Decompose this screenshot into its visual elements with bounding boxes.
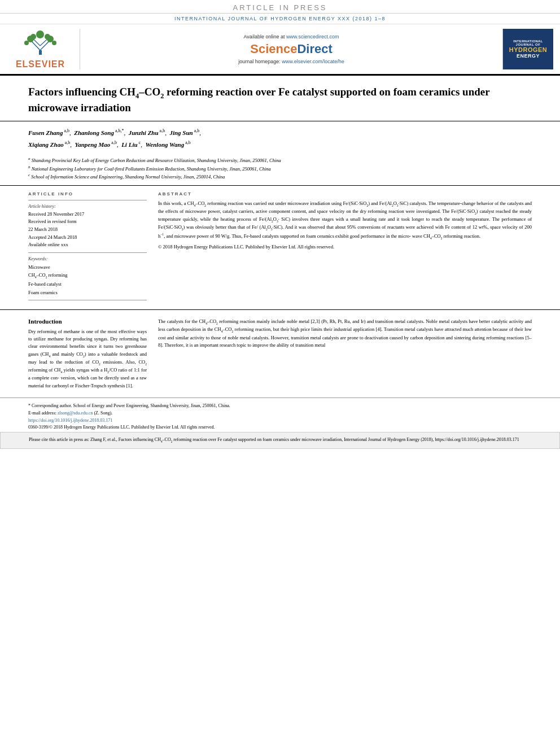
svg-point-7 [30,34,36,40]
article-in-press-banner: ARTICLE IN PRESS [0,0,560,14]
sciencedirect-area: Available online at www.sciencedirect.co… [86,29,497,69]
received-date: Received 28 November 2017 [28,211,147,219]
author-xiqiang-zhao: Xiqiang Zhao [28,141,64,147]
affiliation-b: b National Engineering Laboratory for Co… [28,164,532,173]
affiliation-c: c School of Information Science and Engi… [28,172,532,181]
info-divider-top [28,200,147,200]
article-info-title: ARTICLE INFO [28,191,147,196]
citation-text: Please cite this article in press as: Zh… [29,437,519,442]
keywords-title: Keywords: [28,256,147,261]
body-right-col: The catalysts for the CH4–CO2 reforming … [158,318,532,390]
authors-line: Fusen Zhang a,b, Zhanlong Song a,b,*, Ju… [28,127,532,150]
publisher-row: ELSEVIER Available online at www.science… [0,24,560,76]
available-online-text: Available online at www.sciencedirect.co… [244,34,339,40]
article-info-column: ARTICLE INFO Article history: Received 2… [28,191,147,304]
author-li-liu: Li Liu [121,141,137,147]
info-divider-mid [28,252,147,253]
author-junzhi-zhu: Junzhi Zhu [129,129,159,136]
hydrogen-energy-badge: INTERNATIONAL JOURNAL OF HYDROGEN ENERGY [502,29,553,69]
sciencedirect-title: ScienceDirect [250,42,333,56]
abstract-copyright: © 2018 Hydrogen Energy Publications LLC.… [158,244,532,250]
abstract-column: ABSTRACT In this work, a CH4–CO2 reformi… [158,191,532,304]
corresponding-author-note: * Corresponding author. School of Energy… [28,403,532,410]
intro-left-text: Dry reforming of methane is one of the m… [28,328,147,390]
article-info-abstract-section: ARTICLE INFO Article history: Received 2… [0,186,560,310]
journal-homepage-url[interactable]: www.elsevier.com/locate/he [282,59,344,64]
abstract-text: In this work, a CH4–CO2 reforming reacti… [158,200,532,241]
footer-doi[interactable]: https://doi.org/10.1016/j.ijhydene.2018.… [28,418,532,423]
affiliations-section: a Shandong Provincial Key Lab of Energy … [0,154,560,186]
author-yanpeng-mao: Yanpeng Mao [75,141,110,147]
email-note: E-mail address: zlsong@sdu.edu.cn (Z. So… [28,410,532,417]
history-title: Article history: [28,204,147,209]
abstract-title: ABSTRACT [158,191,532,196]
svg-point-9 [36,30,44,38]
elsevier-name: ELSEVIER [16,59,65,69]
author-zhanlong-song: Zhanlong Song [74,129,114,136]
badge-energy: ENERGY [517,53,540,59]
science-text: Science [250,42,297,56]
keyword-reforming: CH4–CO2 reforming [28,271,147,280]
authors-section: Fusen Zhang a,b, Zhanlong Song a,b,*, Ju… [0,121,560,154]
accepted-date: Accepted 24 March 2018 [28,234,147,242]
revised-label: Received in revised form [28,218,147,226]
direct-text: Direct [297,42,332,56]
keyword-catalyst: Fe-based catalyst [28,280,147,288]
badge-hydrogen: HYDROGEN [509,46,548,53]
sciencedirect-url[interactable]: www.sciencedirect.com [286,34,339,40]
author-jing-sun: Jing Sun [169,129,193,136]
available-online: Available online xxx [28,241,147,249]
introduction-heading: Introduction [28,318,147,325]
body-left-col: Introduction Dry reforming of methane is… [28,318,147,390]
elsevier-logo-area: ELSEVIER [7,29,80,69]
keyword-microwave: Microwave [28,263,147,271]
body-section: Introduction Dry reforming of methane is… [0,310,560,395]
keyword-foam: Foam ceramics [28,289,147,296]
svg-point-10 [24,41,29,45]
revised-date: 22 March 2018 [28,226,147,234]
elsevier-tree-icon [19,29,62,57]
footer-issn: 0360-3199/© 2018 Hydrogen Energy Publica… [28,425,532,430]
svg-point-8 [45,34,50,40]
article-title-section: Factors influencing CH4–CO2 reforming re… [0,76,560,121]
journal-header-line: INTERNATIONAL JOURNAL OF HYDROGEN ENERGY… [0,14,560,24]
journal-line-text: INTERNATIONAL JOURNAL OF HYDROGEN ENERGY… [174,16,386,21]
author-wenlong-wang: Wenlong Wang [145,141,184,147]
info-divider-bottom [28,300,147,300]
svg-line-4 [40,39,47,46]
author-email-link[interactable]: zlsong@sdu.edu.cn [58,410,93,416]
citation-box: Please cite this article in press as: Zh… [0,432,560,448]
intro-right-text: The catalysts for the CH4–CO2 reforming … [158,318,532,349]
author-fusen-zhang: Fusen Zhang [28,129,63,136]
aip-text: ARTICLE IN PRESS [233,3,327,12]
footer-notes: * Corresponding author. School of Energy… [0,397,560,433]
svg-point-11 [52,41,56,45]
article-main-title: Factors influencing CH4–CO2 reforming re… [28,85,532,115]
affiliation-a: a Shandong Provincial Key Lab of Energy … [28,156,532,164]
svg-rect-0 [39,50,42,55]
journal-homepage-text: journal homepage: www.elsevier.com/locat… [238,59,344,64]
